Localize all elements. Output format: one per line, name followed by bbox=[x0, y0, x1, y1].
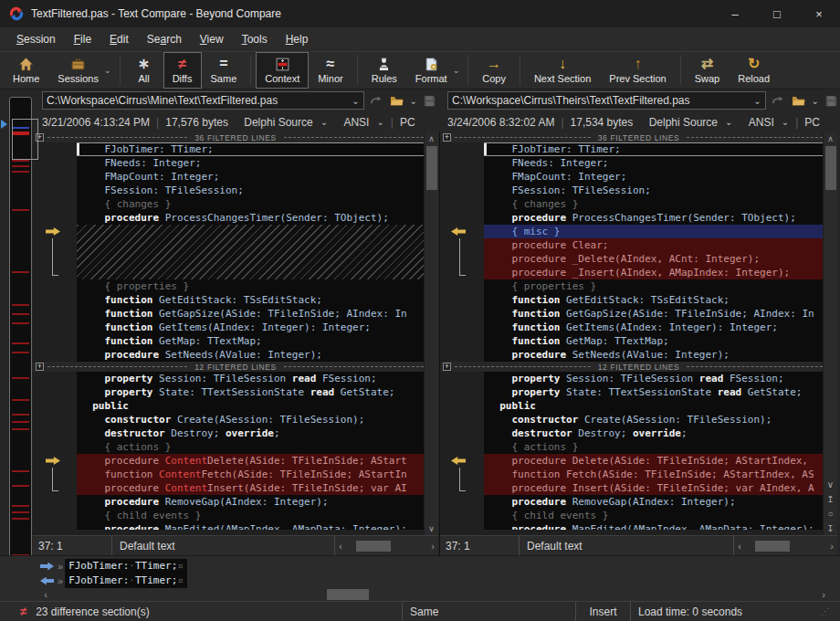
diffs-button[interactable]: ≠Diffs bbox=[163, 52, 202, 89]
code-line[interactable]: procedure RemoveGap(AIndex: Integer); bbox=[440, 495, 823, 509]
code-line[interactable]: { misc } bbox=[440, 225, 823, 238]
same-button[interactable]: =Same bbox=[202, 52, 247, 89]
left-encoding-select[interactable]: ANSI ⌄ bbox=[343, 116, 383, 129]
code-line[interactable]: function GetGapSize(ASide: TFileInSide; … bbox=[33, 307, 424, 321]
sessions-button[interactable]: Sessions bbox=[48, 52, 108, 89]
code-line[interactable]: { changes } bbox=[33, 197, 424, 211]
right-path-combobox[interactable]: C:\Workspace\Cirrus\Theirs\Text\TextFilt… bbox=[447, 91, 766, 110]
code-line[interactable]: public bbox=[440, 399, 823, 413]
code-line[interactable]: procedure ContentInsert(ASide: TFileInSi… bbox=[33, 481, 424, 495]
prev-section-button[interactable]: ↑Prev Section bbox=[600, 52, 675, 89]
code-line[interactable]: { properties } bbox=[33, 279, 424, 293]
menu-session[interactable]: Session bbox=[7, 29, 65, 49]
code-line[interactable]: function GetMap: TTextMap; bbox=[33, 334, 424, 348]
code-line[interactable]: function GetItems(AIndex: Integer): Inte… bbox=[440, 321, 823, 334]
code-line[interactable]: property Session: TFileSession read FSes… bbox=[33, 372, 424, 385]
right-encoding-select[interactable]: ANSI ⌄ bbox=[749, 116, 789, 129]
code-line[interactable]: public bbox=[33, 399, 424, 413]
jump-last-diff-button[interactable]: ↧ bbox=[824, 521, 838, 535]
chevron-down-icon[interactable]: ⌄ bbox=[812, 96, 819, 106]
code-line[interactable]: procedure ProcessChangesTimer(Sender: TO… bbox=[33, 211, 424, 225]
chevron-down-icon[interactable]: ⌄ bbox=[104, 66, 111, 75]
code-line[interactable]: property State: TTextSessionState read G… bbox=[440, 385, 823, 399]
code-line[interactable]: destructor Destroy; override; bbox=[33, 426, 424, 440]
minor-button[interactable]: ≈Minor bbox=[309, 52, 352, 89]
code-line[interactable]: procedure Delete(ASide: TFileInSide; ASt… bbox=[440, 454, 823, 468]
code-line[interactable]: { actions } bbox=[440, 440, 823, 454]
menu-search[interactable]: Search bbox=[138, 29, 191, 49]
right-horizontal-scrollbar[interactable]: ‹ › bbox=[733, 536, 837, 555]
code-line[interactable]: FJobTimer: TTimer; bbox=[33, 142, 424, 156]
code-line[interactable]: property State: TTextSessionState read G… bbox=[33, 385, 424, 399]
scrollbar-thumb[interactable] bbox=[825, 146, 836, 190]
diff-section-arrow-icon[interactable] bbox=[451, 457, 466, 465]
code-line[interactable]: { child events } bbox=[440, 509, 823, 522]
scroll-left-button[interactable]: ‹ bbox=[40, 589, 51, 600]
rules-button[interactable]: Rules bbox=[362, 52, 406, 89]
scroll-left-button[interactable]: ‹ bbox=[335, 541, 346, 552]
left-horizontal-scrollbar[interactable]: ‹ › bbox=[334, 536, 438, 555]
code-line[interactable]: function Fetch(ASide: TFileInSide; AStar… bbox=[440, 468, 823, 481]
all-button[interactable]: ∗All bbox=[125, 52, 163, 89]
right-save-button[interactable] bbox=[822, 91, 840, 110]
expand-section-button[interactable]: + bbox=[36, 363, 44, 371]
overview-map[interactable] bbox=[9, 97, 32, 579]
code-line[interactable]: procedure Clear; bbox=[440, 238, 823, 252]
menu-file[interactable]: File bbox=[65, 29, 100, 49]
code-line[interactable]: function GetItems(AIndex: Integer): Inte… bbox=[33, 321, 424, 334]
left-vertical-scrollbar[interactable]: ∧ ∨ bbox=[424, 132, 438, 535]
code-line[interactable]: procedure _Insert(AIndex, AMapIndex: Int… bbox=[440, 266, 823, 279]
code-line[interactable]: constructor Create(ASession: TFileSessio… bbox=[440, 413, 823, 426]
chevron-down-icon[interactable]: ⌄ bbox=[753, 96, 761, 106]
menu-view[interactable]: View bbox=[191, 29, 233, 49]
expand-section-button[interactable]: + bbox=[443, 133, 451, 142]
detail-horizontal-scrollbar[interactable]: ‹ › bbox=[40, 589, 829, 600]
menu-tools[interactable]: Tools bbox=[233, 29, 277, 49]
copy-button[interactable]: →Copy bbox=[473, 52, 515, 89]
code-line[interactable]: FJobTimer: TTimer; bbox=[440, 142, 823, 156]
context-button[interactable]: Context bbox=[256, 52, 309, 89]
code-line[interactable]: function GetMap: TTextMap; bbox=[440, 334, 823, 348]
reload-button[interactable]: ↻Reload bbox=[729, 52, 779, 89]
code-line[interactable]: procedure RemoveGap(AIndex: Integer); bbox=[33, 495, 424, 509]
code-line[interactable]: { child events } bbox=[33, 509, 424, 522]
missing-lines-placeholder[interactable] bbox=[33, 266, 424, 279]
aligned-line-row[interactable]: »FJobTimer:·TTimer;¤ bbox=[40, 559, 187, 574]
code-line[interactable]: function ContentFetch(ASide: TFileInSide… bbox=[33, 468, 424, 481]
scrollbar-thumb[interactable] bbox=[426, 146, 437, 190]
code-line[interactable]: FMapCount: Integer; bbox=[33, 170, 424, 184]
missing-lines-placeholder[interactable] bbox=[33, 225, 424, 238]
scroll-up-button[interactable]: ∧ bbox=[824, 132, 838, 145]
scroll-up-button[interactable]: ∧ bbox=[425, 132, 439, 145]
right-swap-side-icon[interactable] bbox=[769, 91, 787, 110]
code-line[interactable]: function GetEditStack: TSsEditStack; bbox=[33, 293, 424, 307]
left-swap-side-icon[interactable] bbox=[367, 91, 385, 110]
right-vertical-scrollbar[interactable]: ∧ ∨ ↥ ○ ↧ bbox=[823, 132, 837, 535]
aligned-line-row[interactable]: »FJobTimer:·TTimer;¤ bbox=[40, 574, 187, 588]
jump-first-diff-button[interactable]: ↥ bbox=[824, 491, 838, 506]
left-save-button[interactable] bbox=[420, 91, 438, 110]
code-line[interactable]: FMapCount: Integer; bbox=[440, 170, 823, 184]
scroll-down-button[interactable]: ∨ bbox=[425, 522, 439, 535]
code-line[interactable]: procedure MapEdited(AMapIndex, AMapData:… bbox=[440, 522, 823, 530]
code-line[interactable]: procedure ProcessChangesTimer(Sender: TO… bbox=[440, 211, 823, 225]
code-line[interactable]: procedure SetNeeds(AValue: Integer); bbox=[33, 348, 424, 362]
code-line[interactable]: FNeeds: Integer; bbox=[440, 156, 823, 170]
code-line[interactable]: function GetEditStack: TSsEditStack; bbox=[440, 293, 823, 307]
scrollbar-thumb[interactable] bbox=[327, 589, 369, 600]
right-format-select[interactable]: Delphi Source ⌄ bbox=[649, 116, 733, 129]
swap-button[interactable]: ⇄Swap bbox=[686, 52, 730, 89]
diff-section-arrow-icon[interactable] bbox=[451, 227, 466, 236]
left-format-select[interactable]: Delphi Source ⌄ bbox=[244, 116, 328, 129]
close-button[interactable]: × bbox=[798, 0, 840, 27]
scroll-down-button[interactable]: ∨ bbox=[824, 477, 838, 491]
map-viewport-indicator[interactable] bbox=[12, 119, 38, 160]
left-browse-folder-button[interactable] bbox=[388, 91, 406, 110]
scroll-left-button[interactable]: ‹ bbox=[734, 541, 745, 552]
diff-section-arrow-icon[interactable] bbox=[46, 457, 60, 465]
code-line[interactable]: function GetGapSize(ASide: TFileInSide; … bbox=[440, 307, 823, 321]
code-line[interactable]: procedure ContentDelete(ASide: TFileInSi… bbox=[33, 454, 424, 468]
home-button[interactable]: Home bbox=[4, 52, 48, 89]
scroll-right-button[interactable]: › bbox=[826, 541, 837, 552]
center-current-diff-button[interactable]: ○ bbox=[824, 506, 838, 521]
